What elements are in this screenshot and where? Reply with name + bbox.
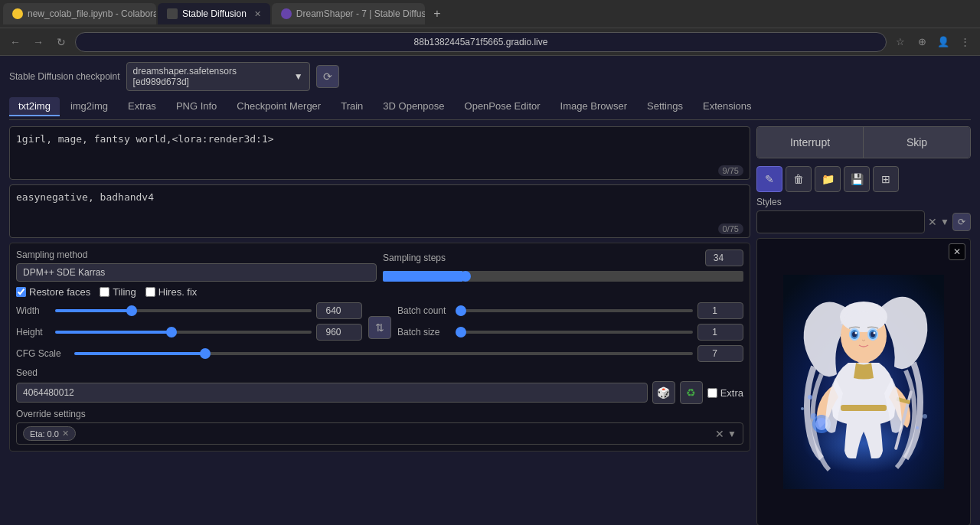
tab-extensions[interactable]: Extensions: [694, 97, 761, 116]
settings-section: Sampling method DPM++ SDE Karras Samplin…: [9, 243, 750, 452]
tiling-checkbox[interactable]: Tiling: [100, 286, 136, 298]
reload-button[interactable]: ↻: [52, 33, 70, 51]
tab-settings[interactable]: Settings: [638, 97, 692, 116]
styles-input[interactable]: [756, 210, 925, 233]
hires-fix-input[interactable]: [145, 287, 155, 297]
main-content: 1girl, mage, fantsy world,<lora:render3d…: [9, 126, 971, 525]
tab-sd-close[interactable]: ✕: [254, 9, 261, 19]
batch-count-slider[interactable]: [456, 309, 693, 312]
hires-fix-checkbox[interactable]: Hires. fix: [145, 286, 198, 298]
seed-dice-button[interactable]: 🎲: [652, 381, 675, 404]
batch-size-input[interactable]: [697, 324, 743, 341]
seed-recycle-button[interactable]: ♻: [680, 381, 703, 404]
tab-pnginfo[interactable]: PNG Info: [167, 97, 226, 116]
batch-column: Batch count Batch size: [397, 302, 743, 341]
new-tab-button[interactable]: +: [426, 3, 448, 24]
positive-prompt-input[interactable]: 1girl, mage, fantsy world,<lora:render3d…: [10, 127, 750, 177]
colab-favicon: [12, 8, 23, 19]
image-close-button[interactable]: ✕: [949, 243, 965, 260]
tab-openpose-editor[interactable]: OpenPose Editor: [456, 97, 550, 116]
tab-checkpoint-merger[interactable]: Checkpoint Merger: [227, 97, 330, 116]
address-icons: ☆ ⊕ 👤 ⋮: [891, 33, 974, 51]
cfg-scale-label: CFG Scale: [16, 348, 70, 359]
restore-faces-input[interactable]: [16, 287, 26, 297]
swap-dimensions-button[interactable]: ⇅: [368, 316, 391, 339]
tab-3d-openpose[interactable]: 3D Openpose: [374, 97, 453, 116]
menu-icon[interactable]: ⋮: [956, 33, 974, 51]
trash-icon-button[interactable]: 🗑: [786, 166, 812, 192]
sampling-steps-slider[interactable]: [383, 271, 743, 282]
tab-stable-diffusion[interactable]: Stable Diffusion ✕: [158, 3, 270, 24]
cfg-scale-slider[interactable]: [74, 352, 693, 355]
grid-icon-button[interactable]: ⊞: [873, 166, 899, 192]
styles-section: Styles ✕ ▼ ⟳: [756, 197, 971, 233]
width-slider[interactable]: [55, 309, 312, 312]
batch-count-row: Batch count: [397, 302, 743, 319]
override-tag-eta: Eta: 0.0 ✕: [23, 426, 76, 441]
checkpoint-label: Stable Diffusion checkpoint: [9, 71, 120, 82]
tab-image-browser[interactable]: Image Browser: [551, 97, 636, 116]
svg-point-23: [923, 414, 927, 419]
interrupt-button[interactable]: Interrupt: [757, 127, 864, 158]
tiling-input[interactable]: [100, 287, 109, 297]
skip-button[interactable]: Skip: [864, 127, 970, 158]
back-button[interactable]: ←: [6, 33, 24, 51]
override-tag-eta-close[interactable]: ✕: [62, 429, 69, 439]
tab-dreamshaper[interactable]: DreamShaper - 7 | Stable Diffusio... ✕: [272, 3, 425, 24]
batch-size-slider[interactable]: [456, 331, 693, 334]
pencil-icon-button[interactable]: ✎: [756, 166, 782, 192]
sampling-row: Sampling method DPM++ SDE Karras Samplin…: [16, 249, 743, 282]
seed-section: Seed 🎲 ♻ Extra: [16, 367, 743, 404]
restore-faces-checkbox[interactable]: Restore faces: [16, 286, 90, 298]
extra-input[interactable]: [707, 388, 717, 398]
sampling-steps-group: Sampling steps: [383, 249, 743, 282]
styles-refresh-button[interactable]: ⟳: [952, 213, 971, 231]
override-dropdown-button[interactable]: ▼: [727, 429, 737, 439]
folder-icon-button[interactable]: 📁: [815, 166, 841, 192]
height-input[interactable]: [316, 324, 362, 341]
svg-point-19: [808, 395, 812, 399]
negative-prompt-input[interactable]: easynegative, badhandv4: [10, 185, 750, 235]
batch-count-input[interactable]: [697, 302, 743, 319]
batch-size-row: Batch size: [397, 324, 743, 341]
profile-icon[interactable]: 👤: [934, 33, 952, 51]
tab-colab[interactable]: new_colab_file.ipynb - Colabora... ✕: [3, 3, 156, 24]
save-icon-button[interactable]: 💾: [844, 166, 870, 192]
right-panel: Interrupt Skip ✎ 🗑 📁 💾 ⊞ Styles ✕ ▼ ⟳: [756, 126, 971, 525]
width-input[interactable]: [316, 302, 362, 319]
sampling-method-select[interactable]: DPM++ SDE Karras: [16, 263, 377, 282]
svg-point-13: [874, 332, 876, 334]
styles-label: Styles: [756, 197, 971, 207]
checkpoint-value: dreamshaper.safetensors [ed989d673d]: [133, 66, 294, 87]
styles-clear-button[interactable]: ✕: [928, 216, 937, 228]
nav-tabs: txt2img img2img Extras PNG Info Checkpoi…: [9, 97, 971, 120]
width-label: Width: [16, 305, 51, 316]
extensions-icon[interactable]: ⊕: [913, 33, 931, 51]
tab-train[interactable]: Train: [332, 97, 372, 116]
bookmark-icon[interactable]: ☆: [891, 33, 910, 51]
url-bar[interactable]: [75, 32, 887, 52]
svg-point-20: [801, 407, 804, 410]
override-clear-button[interactable]: ✕: [715, 428, 724, 440]
tab-img2img[interactable]: img2img: [61, 97, 117, 116]
width-row: Width: [16, 302, 362, 319]
tab-txt2img[interactable]: txt2img: [9, 97, 60, 116]
seed-input[interactable]: [16, 383, 648, 403]
checkpoint-refresh-button[interactable]: ⟳: [316, 65, 339, 88]
address-bar: ← → ↻ ☆ ⊕ 👤 ⋮: [0, 28, 980, 55]
generated-image: [783, 275, 944, 489]
seed-label: Seed: [16, 367, 38, 378]
height-slider[interactable]: [55, 331, 312, 334]
cfg-scale-input[interactable]: [697, 345, 743, 362]
svg-point-12: [855, 332, 858, 334]
positive-token-count: 9/75: [718, 165, 743, 176]
extra-checkbox[interactable]: Extra: [707, 387, 743, 399]
forward-button[interactable]: →: [29, 33, 47, 51]
checkpoint-select[interactable]: dreamshaper.safetensors [ed989d673d] ▼: [126, 62, 310, 91]
tab-extras[interactable]: Extras: [119, 97, 165, 116]
sampling-steps-input[interactable]: [705, 249, 743, 266]
icon-button-row: ✎ 🗑 📁 💾 ⊞: [756, 166, 971, 192]
styles-dropdown-button[interactable]: ▼: [940, 217, 949, 227]
override-tags-row: Eta: 0.0 ✕ ✕ ▼: [16, 422, 743, 445]
override-settings-section: Override settings Eta: 0.0 ✕ ✕ ▼: [16, 409, 743, 445]
